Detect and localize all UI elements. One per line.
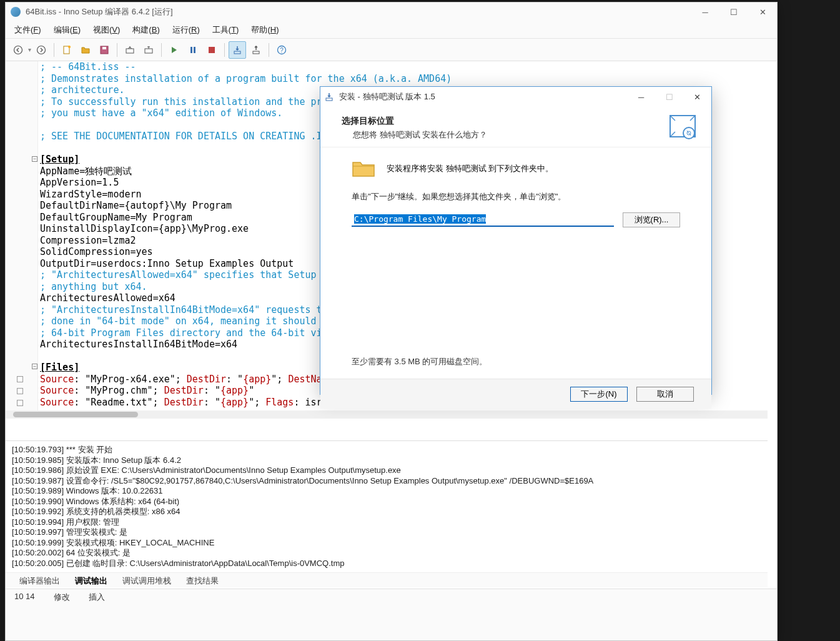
titlebar: 64Bit.iss - Inno Setup 编译器 6.4.2 [运行] ─ … — [6, 2, 777, 21]
folder-icon — [352, 159, 375, 179]
svg-rect-9 — [194, 47, 195, 53]
menu-view[interactable]: 视图(V) — [87, 22, 126, 38]
folder-line-text: 安装程序将安装 独特吧测试 到下列文件夹中。 — [387, 163, 553, 174]
cursor-position: 10 14 — [14, 592, 35, 638]
menu-run[interactable]: 运行(R) — [166, 22, 206, 38]
dialog-header-title: 选择目标位置 — [342, 116, 696, 127]
svg-rect-7 — [145, 49, 152, 53]
dialog-header-subtitle: 您想将 独特吧测试 安装在什么地方？ — [353, 129, 696, 141]
continue-text: 单击"下一步"继续。如果您想选择其他文件夹，单击"浏览"。 — [352, 191, 680, 202]
menu-tools[interactable]: 工具(T) — [206, 22, 245, 38]
pause-button[interactable] — [184, 41, 202, 59]
save-button[interactable] — [96, 41, 113, 59]
output-panel[interactable]: [10:50:19.793] *** 安装 开始[10:50:19.985] 安… — [6, 440, 768, 575]
tab-compiler-output[interactable]: 编译器输出 — [12, 573, 67, 587]
installer-dialog: 安装 - 独特吧测试 版本 1.5 ─ ☐ ✕ 选择目标位置 您想将 独特吧测试… — [320, 86, 712, 395]
run-button[interactable] — [166, 41, 183, 59]
svg-point-3 — [68, 46, 71, 48]
svg-rect-8 — [190, 47, 192, 53]
dialog-title: 安装 - 独特吧测试 版本 1.5 — [339, 91, 627, 102]
dialog-header: 选择目标位置 您想将 独特吧测试 安装在什么地方？ — [320, 107, 711, 147]
svg-rect-5 — [102, 47, 106, 49]
tab-debug-callstack[interactable]: 调试调用堆栈 — [115, 573, 179, 587]
dialog-footer: 下一步(N) 取消 — [320, 379, 711, 409]
install-path-input[interactable]: C:\Program Files\My Program — [352, 213, 614, 227]
svg-rect-11 — [234, 51, 240, 54]
breakpoint-icon[interactable] — [17, 388, 23, 394]
modified-indicator: 修改 — [54, 592, 70, 638]
dialog-maximize-button: ☐ — [655, 87, 683, 106]
app-icon — [11, 7, 21, 17]
step-into-button[interactable] — [229, 41, 246, 59]
dialog-close-button[interactable]: ✕ — [683, 87, 711, 106]
nav-back-button[interactable] — [9, 41, 27, 59]
disk-space-note: 至少需要有 3.5 MB 的可用磁盘空间。 — [352, 356, 487, 367]
window-title: 64Bit.iss - Inno Setup 编译器 6.4.2 [运行] — [26, 6, 691, 17]
compile-run-button[interactable] — [140, 41, 157, 59]
help-button[interactable]: ? — [273, 41, 290, 59]
svg-rect-12 — [253, 51, 259, 54]
cancel-button[interactable]: 取消 — [636, 387, 694, 402]
open-file-button[interactable] — [77, 41, 94, 59]
new-file-button[interactable] — [58, 41, 76, 59]
fold-icon[interactable]: − — [32, 364, 37, 369]
menu-file[interactable]: 文件(F) — [8, 22, 47, 38]
menu-build[interactable]: 构建(B) — [126, 22, 166, 38]
svg-rect-15 — [326, 98, 332, 101]
dialog-body: 安装程序将安装 独特吧测试 到下列文件夹中。 单击"下一步"继续。如果您想选择其… — [320, 147, 711, 379]
svg-rect-6 — [126, 49, 134, 53]
nav-forward-button[interactable] — [32, 41, 50, 59]
statusbar: 10 14 修改 插入 — [6, 589, 777, 640]
dialog-titlebar: 安装 - 独特吧测试 版本 1.5 ─ ☐ ✕ — [320, 87, 711, 107]
output-tabs: 编译器输出 调试输出 调试调用堆栈 查找结果 — [6, 572, 768, 587]
browse-button[interactable]: 浏览(R)... — [623, 212, 680, 227]
fold-icon[interactable]: − — [32, 156, 37, 162]
svg-text:?: ? — [280, 46, 284, 53]
minimize-button[interactable]: ─ — [691, 2, 719, 21]
svg-point-1 — [37, 46, 46, 54]
insert-mode: 插入 — [89, 592, 105, 638]
close-button[interactable]: ✕ — [748, 2, 777, 21]
dialog-minimize-button[interactable]: ─ — [627, 87, 655, 106]
gutter: − − — [6, 61, 38, 413]
tab-debug-output[interactable]: 调试输出 — [67, 573, 115, 587]
next-button[interactable]: 下一步(N) — [570, 387, 628, 402]
tab-search-results[interactable]: 查找结果 — [179, 573, 226, 587]
toolbar: ▾ ? — [6, 39, 777, 61]
installer-icon — [324, 92, 334, 102]
breakpoint-icon[interactable] — [17, 400, 23, 406]
menu-help[interactable]: 帮助(H) — [245, 22, 285, 38]
menubar: 文件(F) 编辑(E) 视图(V) 构建(B) 运行(R) 工具(T) 帮助(H… — [6, 21, 777, 39]
svg-rect-10 — [209, 47, 215, 53]
maximize-button[interactable]: ☐ — [719, 2, 748, 21]
step-over-button[interactable] — [247, 41, 265, 59]
horizontal-scrollbar[interactable] — [6, 410, 768, 419]
compile-button[interactable] — [121, 41, 139, 59]
breakpoint-icon[interactable] — [17, 376, 23, 382]
box-icon — [665, 112, 700, 142]
menu-edit[interactable]: 编辑(E) — [47, 22, 87, 38]
stop-button[interactable] — [203, 41, 220, 59]
svg-point-0 — [14, 46, 22, 54]
